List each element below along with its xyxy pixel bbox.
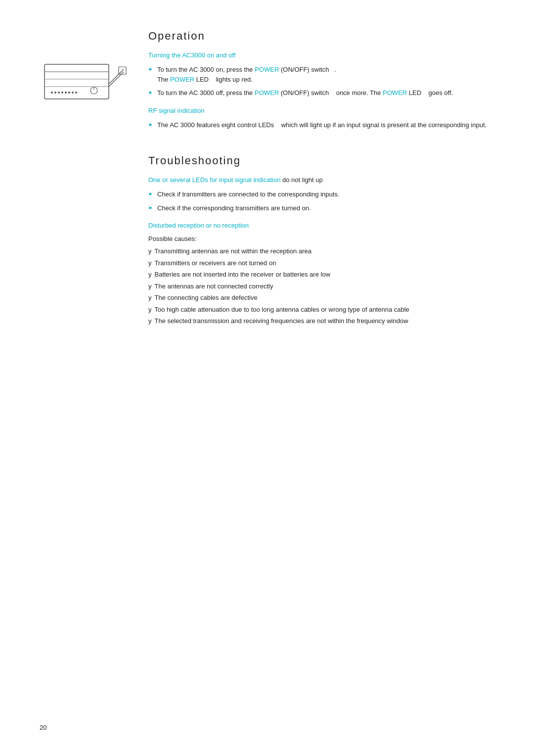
disturbed-reception-subsection: Disturbed reception or no reception Poss… [148, 222, 494, 326]
troubleshooting-title: Troubleshooting [148, 154, 494, 167]
bullet-item-turn-off: ► To turn the AC 3000 off, press the POW… [148, 88, 494, 98]
leds-no-light-heading-normal: do not light up [280, 176, 322, 184]
bullet-arrow-1: ► [148, 65, 153, 73]
page-number: 20 [40, 724, 46, 731]
svg-point-6 [58, 92, 60, 94]
y-marker-5: y [148, 293, 152, 303]
page: 20 [0, 0, 534, 756]
bullet-item-rf-signal: ► The AC 3000 features eight control LED… [148, 120, 494, 130]
turning-on-off-subsection: Turning the AC3000 on and off ► To turn … [148, 51, 494, 98]
svg-point-5 [54, 92, 56, 94]
causes-list: y Transmitting antennas are not within t… [148, 246, 494, 326]
svg-point-4 [51, 92, 53, 94]
svg-point-9 [68, 92, 70, 94]
svg-line-14 [109, 69, 124, 84]
cause-text-3: Batteries are not inserted into the rece… [155, 270, 495, 280]
rf-signal-heading: RF signal indication [148, 107, 494, 114]
cause-item-3: y Batteries are not inserted into the re… [148, 270, 494, 280]
bullet-item-turn-on: ► To turn the AC 3000 on, press the POWE… [148, 65, 494, 84]
y-marker-7: y [148, 316, 152, 326]
turning-on-off-heading: Turning the AC3000 on and off [148, 51, 494, 59]
cause-item-4: y The antennas are not connected correct… [148, 282, 494, 291]
power-highlight-3: POWER [383, 89, 407, 96]
operation-section: Operation Turning the AC3000 on and off … [148, 30, 494, 130]
y-marker-4: y [148, 282, 152, 291]
svg-rect-0 [44, 64, 109, 99]
bullet-text-turn-on: To turn the AC 3000 on, press the POWER … [157, 65, 494, 84]
cause-text-6: Too high cable attenuation due to too lo… [155, 305, 495, 315]
power-highlight-2: POWER [255, 89, 279, 96]
bullet-check-transmitters-1: ► Check if transmitters are connected to… [148, 189, 494, 199]
content-area: Operation Turning the AC3000 on and off … [148, 30, 494, 326]
svg-point-11 [75, 92, 77, 94]
y-marker-6: y [148, 305, 152, 315]
svg-point-10 [72, 92, 74, 94]
y-marker-3: y [148, 270, 152, 280]
leds-no-light-heading-highlight: One or several LEDs for input signal ind… [148, 176, 280, 184]
svg-point-7 [61, 92, 63, 94]
svg-point-8 [65, 92, 67, 94]
cause-text-1: Transmitting antennas are not within the… [155, 246, 495, 256]
bullet-text-rf-signal: The AC 3000 features eight control LEDs … [157, 120, 494, 130]
y-marker-1: y [148, 246, 152, 256]
cause-text-2: Transmitters or receivers are not turned… [155, 258, 495, 268]
leds-no-light-subsection: One or several LEDs for input signal ind… [148, 176, 494, 213]
cause-item-1: y Transmitting antennas are not within t… [148, 246, 494, 256]
possible-causes-label: Possible causes: [148, 235, 494, 242]
cause-item-5: y The connecting cables are defective [148, 293, 494, 303]
power-highlight-1: POWER [255, 66, 279, 73]
bullet-text-check-transmitters-1: Check if transmitters are connected to t… [157, 189, 494, 199]
disturbed-reception-heading: Disturbed reception or no reception [148, 222, 494, 229]
bullet-text-turn-off: To turn the AC 3000 off, press the POWER… [157, 88, 494, 98]
troubleshooting-section: Troubleshooting One or several LEDs for … [148, 154, 494, 326]
cause-text-4: The antennas are not connected correctly [155, 282, 495, 291]
leds-no-light-heading: One or several LEDs for input signal ind… [148, 176, 494, 184]
device-illustration [42, 59, 129, 124]
cause-text-5: The connecting cables are defective [155, 293, 495, 303]
bullet-arrow-3: ► [148, 121, 153, 128]
bullet-check-transmitters-2: ► Check if the corresponding transmitter… [148, 203, 494, 213]
cause-text-7: The selected transmission and receiving … [155, 316, 495, 326]
power-led-highlight-1: POWER [170, 76, 194, 83]
operation-title: Operation [148, 30, 494, 43]
y-marker-2: y [148, 258, 152, 268]
cause-item-6: y Too high cable attenuation due to too … [148, 305, 494, 315]
bullet-arrow-4: ► [148, 190, 153, 197]
rf-signal-subsection: RF signal indication ► The AC 3000 featu… [148, 107, 494, 130]
bullet-text-check-transmitters-2: Check if the corresponding transmitters … [157, 203, 494, 213]
cause-item-2: y Transmitters or receivers are not turn… [148, 258, 494, 268]
bullet-arrow-2: ► [148, 89, 153, 96]
cause-item-7: y The selected transmission and receivin… [148, 316, 494, 326]
bullet-arrow-5: ► [148, 204, 153, 211]
